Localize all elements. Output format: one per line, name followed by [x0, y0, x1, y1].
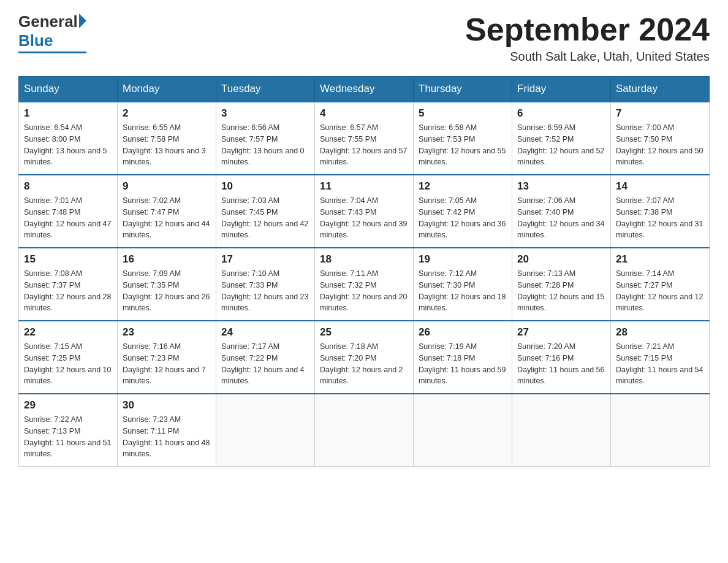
day-info: Sunrise: 6:55 AMSunset: 7:58 PMDaylight:…: [123, 122, 211, 168]
day-number: 19: [419, 253, 507, 266]
day-number: 15: [24, 253, 112, 266]
day-info: Sunrise: 7:00 AMSunset: 7:50 PMDaylight:…: [616, 122, 704, 168]
calendar-cell: 11Sunrise: 7:04 AMSunset: 7:43 PMDayligh…: [315, 175, 414, 248]
calendar-cell: 25Sunrise: 7:18 AMSunset: 7:20 PMDayligh…: [315, 321, 414, 394]
day-number: 21: [616, 253, 704, 266]
day-info: Sunrise: 7:03 AMSunset: 7:45 PMDaylight:…: [221, 195, 309, 241]
day-info: Sunrise: 7:14 AMSunset: 7:27 PMDaylight:…: [616, 268, 704, 314]
calendar-cell: 1Sunrise: 6:54 AMSunset: 8:00 PMDaylight…: [19, 102, 118, 175]
weekday-header-monday: Monday: [118, 77, 216, 102]
day-number: 29: [24, 399, 112, 412]
calendar-cell: 26Sunrise: 7:19 AMSunset: 7:18 PMDayligh…: [414, 321, 512, 394]
day-info: Sunrise: 6:57 AMSunset: 7:55 PMDaylight:…: [320, 122, 408, 168]
day-number: 20: [517, 253, 605, 266]
day-info: Sunrise: 7:20 AMSunset: 7:16 PMDaylight:…: [517, 341, 605, 387]
weekday-header-friday: Friday: [512, 77, 611, 102]
calendar-cell: [216, 394, 315, 467]
day-info: Sunrise: 7:02 AMSunset: 7:47 PMDaylight:…: [123, 195, 211, 241]
calendar-cell: 27Sunrise: 7:20 AMSunset: 7:16 PMDayligh…: [512, 321, 611, 394]
weekday-header-tuesday: Tuesday: [216, 77, 315, 102]
calendar-cell: 5Sunrise: 6:58 AMSunset: 7:53 PMDaylight…: [414, 102, 512, 175]
calendar-cell: 6Sunrise: 6:59 AMSunset: 7:52 PMDaylight…: [512, 102, 611, 175]
page-header: General Blue September 2024 South Salt L…: [18, 12, 710, 64]
calendar-cell: 21Sunrise: 7:14 AMSunset: 7:27 PMDayligh…: [611, 248, 710, 321]
day-info: Sunrise: 7:12 AMSunset: 7:30 PMDaylight:…: [419, 268, 507, 314]
day-info: Sunrise: 6:56 AMSunset: 7:57 PMDaylight:…: [221, 122, 309, 168]
week-row-1: 1Sunrise: 6:54 AMSunset: 8:00 PMDaylight…: [19, 102, 710, 175]
day-info: Sunrise: 7:11 AMSunset: 7:32 PMDaylight:…: [320, 268, 408, 314]
day-number: 4: [320, 107, 408, 120]
day-info: Sunrise: 6:58 AMSunset: 7:53 PMDaylight:…: [419, 122, 507, 168]
day-number: 6: [517, 107, 605, 120]
day-info: Sunrise: 7:01 AMSunset: 7:48 PMDaylight:…: [24, 195, 112, 241]
calendar-cell: 8Sunrise: 7:01 AMSunset: 7:48 PMDaylight…: [19, 175, 118, 248]
day-number: 27: [517, 326, 605, 339]
day-info: Sunrise: 7:07 AMSunset: 7:38 PMDaylight:…: [616, 195, 704, 241]
day-number: 12: [419, 180, 507, 193]
day-number: 3: [221, 107, 309, 120]
day-info: Sunrise: 7:08 AMSunset: 7:37 PMDaylight:…: [24, 268, 112, 314]
calendar-cell: 24Sunrise: 7:17 AMSunset: 7:22 PMDayligh…: [216, 321, 315, 394]
week-row-2: 8Sunrise: 7:01 AMSunset: 7:48 PMDaylight…: [19, 175, 710, 248]
day-number: 26: [419, 326, 507, 339]
day-info: Sunrise: 7:09 AMSunset: 7:35 PMDaylight:…: [123, 268, 211, 314]
day-number: 16: [123, 253, 211, 266]
week-row-3: 15Sunrise: 7:08 AMSunset: 7:37 PMDayligh…: [19, 248, 710, 321]
calendar-cell: 20Sunrise: 7:13 AMSunset: 7:28 PMDayligh…: [512, 248, 611, 321]
day-info: Sunrise: 7:22 AMSunset: 7:13 PMDaylight:…: [24, 414, 112, 460]
calendar-cell: [315, 394, 414, 467]
day-number: 17: [221, 253, 309, 266]
day-number: 8: [24, 180, 112, 193]
day-number: 30: [123, 399, 211, 412]
calendar-cell: 17Sunrise: 7:10 AMSunset: 7:33 PMDayligh…: [216, 248, 315, 321]
logo-triangle-icon: [79, 13, 86, 28]
weekday-header-saturday: Saturday: [611, 77, 710, 102]
day-info: Sunrise: 7:05 AMSunset: 7:42 PMDaylight:…: [419, 195, 507, 241]
calendar-cell: 22Sunrise: 7:15 AMSunset: 7:25 PMDayligh…: [19, 321, 118, 394]
calendar-table: SundayMondayTuesdayWednesdayThursdayFrid…: [18, 76, 710, 467]
location-text: South Salt Lake, Utah, United States: [465, 50, 710, 64]
calendar-cell: 10Sunrise: 7:03 AMSunset: 7:45 PMDayligh…: [216, 175, 315, 248]
day-number: 14: [616, 180, 704, 193]
calendar-cell: 7Sunrise: 7:00 AMSunset: 7:50 PMDaylight…: [611, 102, 710, 175]
day-number: 10: [221, 180, 309, 193]
day-info: Sunrise: 6:59 AMSunset: 7:52 PMDaylight:…: [517, 122, 605, 168]
day-info: Sunrise: 7:04 AMSunset: 7:43 PMDaylight:…: [320, 195, 408, 241]
logo-blue-text: Blue: [18, 31, 53, 50]
day-number: 13: [517, 180, 605, 193]
calendar-cell: 30Sunrise: 7:23 AMSunset: 7:11 PMDayligh…: [118, 394, 216, 467]
calendar-cell: [414, 394, 512, 467]
calendar-cell: 9Sunrise: 7:02 AMSunset: 7:47 PMDaylight…: [118, 175, 216, 248]
day-number: 5: [419, 107, 507, 120]
day-info: Sunrise: 6:54 AMSunset: 8:00 PMDaylight:…: [24, 122, 112, 168]
day-info: Sunrise: 7:10 AMSunset: 7:33 PMDaylight:…: [221, 268, 309, 314]
day-info: Sunrise: 7:06 AMSunset: 7:40 PMDaylight:…: [517, 195, 605, 241]
calendar-cell: 3Sunrise: 6:56 AMSunset: 7:57 PMDaylight…: [216, 102, 315, 175]
week-row-4: 22Sunrise: 7:15 AMSunset: 7:25 PMDayligh…: [19, 321, 710, 394]
calendar-cell: 29Sunrise: 7:22 AMSunset: 7:13 PMDayligh…: [19, 394, 118, 467]
day-number: 9: [123, 180, 211, 193]
weekday-header-thursday: Thursday: [414, 77, 512, 102]
day-number: 18: [320, 253, 408, 266]
day-info: Sunrise: 7:23 AMSunset: 7:11 PMDaylight:…: [123, 414, 211, 460]
day-info: Sunrise: 7:13 AMSunset: 7:28 PMDaylight:…: [517, 268, 605, 314]
day-number: 24: [221, 326, 309, 339]
calendar-cell: 12Sunrise: 7:05 AMSunset: 7:42 PMDayligh…: [414, 175, 512, 248]
day-number: 1: [24, 107, 112, 120]
day-number: 22: [24, 326, 112, 339]
calendar-cell: [512, 394, 611, 467]
week-row-5: 29Sunrise: 7:22 AMSunset: 7:13 PMDayligh…: [19, 394, 710, 467]
calendar-cell: [611, 394, 710, 467]
calendar-cell: 15Sunrise: 7:08 AMSunset: 7:37 PMDayligh…: [19, 248, 118, 321]
weekday-header-sunday: Sunday: [19, 77, 118, 102]
day-number: 28: [616, 326, 704, 339]
calendar-cell: 23Sunrise: 7:16 AMSunset: 7:23 PMDayligh…: [118, 321, 216, 394]
day-number: 11: [320, 180, 408, 193]
logo: General Blue: [18, 12, 86, 53]
day-info: Sunrise: 7:18 AMSunset: 7:20 PMDaylight:…: [320, 341, 408, 387]
day-number: 7: [616, 107, 704, 120]
weekday-header-row: SundayMondayTuesdayWednesdayThursdayFrid…: [19, 77, 710, 102]
logo-general-text: General: [18, 12, 78, 31]
day-info: Sunrise: 7:16 AMSunset: 7:23 PMDaylight:…: [123, 341, 211, 387]
title-block: September 2024 South Salt Lake, Utah, Un…: [465, 12, 710, 64]
